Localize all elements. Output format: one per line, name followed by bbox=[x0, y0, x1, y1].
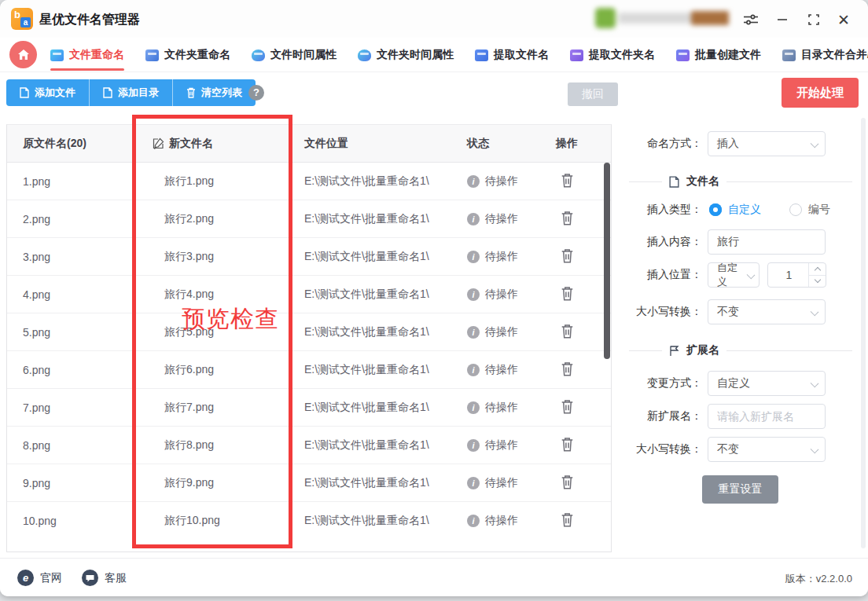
status-cell: i 待操作 bbox=[467, 514, 556, 528]
select-value: 插入 bbox=[717, 137, 739, 151]
tab-extract-filename[interactable]: 提取文件名 bbox=[475, 38, 549, 72]
file-table: 原文件名(20) 新文件名 文件位置 状态 操作 1.png 旅行1.png E… bbox=[6, 124, 612, 552]
file-location: E:\测试文件\批量重命名1\ bbox=[304, 438, 467, 453]
info-icon: i bbox=[467, 401, 480, 414]
table-row: 4.png 旅行4.png E:\测试文件\批量重命名1\ i 待操作 bbox=[7, 276, 611, 313]
new-extension-input[interactable] bbox=[708, 404, 826, 429]
tab-file-rename[interactable]: 文件重命名 bbox=[50, 38, 124, 72]
tab-label: 批量创建文件 bbox=[695, 48, 761, 62]
delete-row-icon[interactable] bbox=[561, 399, 574, 414]
naming-method-row: 命名方式： 插入 bbox=[621, 131, 860, 156]
website-link[interactable]: e 官网 bbox=[17, 570, 62, 586]
original-filename: 2.png bbox=[23, 213, 153, 225]
case-convert-select[interactable]: 不变 bbox=[708, 299, 826, 324]
divider-line bbox=[726, 350, 852, 351]
stepper-up-icon[interactable] bbox=[809, 263, 826, 275]
file-location: E:\测试文件\批量重命名1\ bbox=[304, 250, 467, 264]
delete-row-icon[interactable] bbox=[561, 286, 574, 301]
add-directory-button[interactable]: 添加目录 bbox=[89, 79, 172, 106]
undo-button[interactable]: 撤回 bbox=[568, 82, 618, 106]
insert-content-input[interactable] bbox=[708, 229, 826, 255]
delete-row-icon[interactable] bbox=[561, 173, 574, 188]
tab-extract-foldername[interactable]: 提取文件夹名 bbox=[570, 38, 655, 72]
insert-content-row: 插入内容： bbox=[621, 229, 860, 255]
status-text: 待操作 bbox=[485, 174, 518, 189]
tab-file-time[interactable]: 文件时间属性 bbox=[252, 38, 337, 72]
row-actions bbox=[556, 211, 611, 228]
extract-folder-icon bbox=[570, 49, 583, 61]
table-scrollbar[interactable] bbox=[604, 163, 610, 359]
chevron-down-icon bbox=[811, 445, 819, 454]
table-row: 5.png 旅行5.png E:\测试文件\批量重命名1\ i 待操作 bbox=[7, 313, 611, 351]
home-button[interactable] bbox=[9, 41, 37, 68]
chevron-down-icon bbox=[747, 271, 756, 280]
delete-row-icon[interactable] bbox=[561, 211, 574, 225]
tab-batch-create[interactable]: 批量创建文件 bbox=[676, 38, 761, 72]
original-filename: 4.png bbox=[23, 288, 153, 301]
ext-case-row: 大小写转换： 不变 bbox=[621, 437, 860, 462]
new-filename: 旅行5.png bbox=[153, 325, 304, 339]
table-row: 10.png 旅行10.png E:\测试文件\批量重命名1\ i 待操作 bbox=[7, 502, 611, 539]
link-label: 官网 bbox=[40, 571, 62, 585]
original-filename: 9.png bbox=[23, 477, 153, 489]
new-filename: 旅行3.png bbox=[153, 250, 304, 264]
status-text: 待操作 bbox=[485, 476, 518, 490]
minimize-button[interactable] bbox=[772, 9, 793, 30]
tab-label: 提取文件夹名 bbox=[589, 48, 655, 62]
insert-position-select[interactable]: 自定义 bbox=[708, 262, 760, 288]
status-cell: i 待操作 bbox=[467, 476, 556, 490]
new-extension-label: 新扩展名： bbox=[621, 409, 702, 423]
trash-icon bbox=[186, 87, 196, 98]
file-location: E:\测试文件\批量重命名1\ bbox=[304, 363, 467, 377]
stepper-down-icon[interactable] bbox=[809, 275, 826, 288]
naming-method-select[interactable]: 插入 bbox=[708, 131, 826, 156]
status-cell: i 待操作 bbox=[467, 363, 556, 377]
delete-row-icon[interactable] bbox=[561, 361, 574, 376]
radio-number[interactable]: 编号 bbox=[789, 203, 830, 217]
delete-row-icon[interactable] bbox=[561, 512, 574, 527]
info-icon: i bbox=[467, 477, 480, 489]
status-text: 待操作 bbox=[485, 438, 518, 453]
merge-icon bbox=[782, 49, 796, 61]
delete-row-icon[interactable] bbox=[561, 248, 574, 263]
status-text: 待操作 bbox=[485, 514, 518, 528]
tab-bar: 文件重命名 文件夹重命名 文件时间属性 文件夹时间属性 提取文件名 提取文件夹名 bbox=[0, 38, 868, 72]
close-button[interactable]: ✕ bbox=[833, 9, 854, 30]
help-icon[interactable]: ? bbox=[248, 85, 264, 101]
new-filename: 旅行9.png bbox=[153, 476, 304, 490]
user-account-redacted[interactable] bbox=[595, 6, 735, 30]
radio-selected-icon bbox=[709, 203, 722, 216]
row-actions bbox=[556, 512, 611, 530]
delete-row-icon[interactable] bbox=[561, 475, 574, 489]
delete-row-icon[interactable] bbox=[561, 324, 574, 339]
ext-case-select[interactable]: 不变 bbox=[708, 437, 826, 462]
settings-icon[interactable] bbox=[741, 9, 761, 30]
reset-settings-button[interactable]: 重置设置 bbox=[702, 475, 778, 504]
info-icon: i bbox=[467, 175, 480, 188]
select-value: 自定义 bbox=[717, 261, 743, 289]
info-icon: i bbox=[467, 439, 480, 452]
support-link[interactable]: 客服 bbox=[82, 570, 127, 586]
original-filename: 8.png bbox=[23, 439, 153, 452]
add-files-button[interactable]: 添加文件 bbox=[6, 79, 89, 106]
new-filename: 旅行7.png bbox=[153, 401, 304, 415]
insert-content-label: 插入内容： bbox=[621, 235, 702, 249]
panel-scrollbar[interactable] bbox=[861, 118, 866, 548]
tab-merge-extract[interactable]: 目录文件合并/提取 bbox=[782, 38, 868, 72]
radio-custom[interactable]: 自定义 bbox=[709, 203, 761, 217]
avatar bbox=[595, 8, 616, 28]
ext-case-label: 大小写转换： bbox=[621, 442, 702, 456]
tab-folder-time[interactable]: 文件夹时间属性 bbox=[358, 38, 454, 72]
tab-folder-rename[interactable]: 文件夹重命名 bbox=[145, 38, 230, 72]
start-processing-button[interactable]: 开始处理 bbox=[782, 78, 859, 108]
file-location: E:\测试文件\批量重命名1\ bbox=[304, 476, 467, 490]
change-method-select[interactable]: 自定义 bbox=[708, 371, 826, 396]
clear-list-button[interactable]: 清空列表 bbox=[172, 79, 256, 106]
button-label: 添加文件 bbox=[35, 86, 75, 100]
radio-unselected-icon bbox=[789, 203, 802, 216]
toolbar-button-group: 添加文件 添加目录 清空列表 bbox=[6, 79, 256, 106]
new-filename: 旅行6.png bbox=[153, 363, 304, 377]
position-number-stepper[interactable]: 1 bbox=[767, 262, 826, 288]
delete-row-icon[interactable] bbox=[561, 437, 574, 452]
maximize-button[interactable] bbox=[804, 9, 824, 30]
